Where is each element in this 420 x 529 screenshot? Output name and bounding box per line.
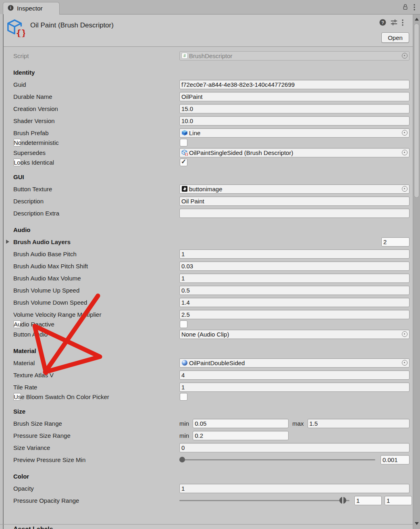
brush-size-range-min-input[interactable]: 0.05 <box>193 419 289 428</box>
row-use-bloom-swatch-on-color-picker: Use Bloom Swatch On Color Picker <box>13 393 21 401</box>
brush-size-range-min-input-text: 0.05 <box>195 420 206 427</box>
pressure-size-range-min-input[interactable]: 0.2 <box>193 431 289 440</box>
row-size-variance: Size Variance0 <box>13 441 413 454</box>
vertical-scrollbar[interactable] <box>413 15 420 529</box>
volume-velocity-range-multiplier-input-text: 2.5 <box>181 311 190 318</box>
tab-inspector[interactable]: i Inspector <box>3 2 60 15</box>
row-brush-audio-max-pitch-shift: Brush Audio Max Pitch Shift0.03 <box>13 260 413 272</box>
field-label: Brush Audio Layers <box>13 238 71 245</box>
row-nondeterministic: Nondeterministic <box>13 139 21 146</box>
section-header: Color <box>13 473 29 480</box>
slider-handle[interactable] <box>179 457 185 462</box>
open-button[interactable]: Open <box>381 32 409 43</box>
row-supersedes: Supersedes{}OilPaintSingleSided (Brush D… <box>13 146 413 159</box>
button-texture-object-field[interactable]: buttonimage <box>179 184 410 194</box>
preview-pressure-size-min-value-input[interactable]: 0.001 <box>380 455 410 464</box>
field-label: Brush Volume Down Speed <box>13 299 179 306</box>
slider-track[interactable] <box>179 500 349 501</box>
durable-name-input[interactable]: OilPaint <box>179 92 410 101</box>
material-object-field-text: OilPaintDoubleSided <box>189 360 245 366</box>
help-icon[interactable]: ? <box>379 19 386 27</box>
section-header: Material <box>13 347 36 354</box>
description-extra-input[interactable] <box>179 209 410 218</box>
object-picker-icon[interactable] <box>402 186 408 192</box>
page-title: Oil Paint (Brush Descriptor) <box>30 21 114 29</box>
object-picker-icon[interactable] <box>402 150 408 155</box>
pressure-opacity-range-range-slider[interactable] <box>179 494 349 506</box>
scroll-up-icon[interactable] <box>415 18 419 21</box>
tab-menu-kebab-icon[interactable] <box>414 4 415 12</box>
row-button-texture: Button Texturebuttonimage <box>13 183 413 195</box>
min-label: min <box>179 420 189 427</box>
script-field[interactable]: #BrushDescriptor <box>179 51 410 61</box>
object-picker-icon[interactable] <box>402 360 408 366</box>
tile-rate-input[interactable]: 1 <box>179 383 410 392</box>
description-input[interactable]: Oil Paint <box>179 197 410 206</box>
texture-atlas-v-input[interactable]: 4 <box>179 370 410 380</box>
row-brush-volume-up-speed: Brush Volume Up Speed0.5 <box>13 284 413 296</box>
brush-volume-down-speed-input-text: 1.4 <box>181 299 190 306</box>
object-picker-icon[interactable] <box>402 53 408 59</box>
brush-audio-max-volume-input[interactable]: 1 <box>179 274 410 283</box>
preview-pressure-size-min-slider[interactable] <box>179 454 375 466</box>
object-picker-icon[interactable] <box>402 331 408 337</box>
object-picker-icon[interactable] <box>402 130 408 136</box>
volume-velocity-range-multiplier-input[interactable]: 2.5 <box>179 310 410 319</box>
scrollbar-thumb[interactable] <box>414 23 419 198</box>
texture-atlas-v-input-text: 4 <box>181 372 185 378</box>
brush-audio-max-pitch-shift-input[interactable]: 0.03 <box>179 261 410 271</box>
opacity-input[interactable]: 1 <box>179 484 410 493</box>
button-audio-object-field[interactable]: None (Audio Clip) <box>179 330 410 339</box>
brush-volume-up-speed-input[interactable]: 0.5 <box>179 286 410 295</box>
guid-input[interactable]: f72ec0e7-a844-4e38-82e3-140c44772699 <box>179 80 410 89</box>
header-menu-kebab-icon[interactable] <box>402 19 403 27</box>
pressure-opacity-range-max-input[interactable]: 1 <box>385 496 412 505</box>
supersedes-object-field[interactable]: {}OilPaintSingleSided (Brush Descriptor) <box>179 148 410 157</box>
nondeterministic-checkbox[interactable] <box>180 139 187 146</box>
pressure-opacity-range-min-input[interactable]: 1 <box>354 496 382 505</box>
audio-reactive-checkbox[interactable] <box>180 320 187 328</box>
creation-version-input[interactable]: 15.0 <box>179 104 410 113</box>
field-label: Shader Version <box>13 117 179 124</box>
field-label: Opacity <box>13 485 179 492</box>
field-label: Brush Prefab <box>13 130 179 136</box>
use-bloom-swatch-on-color-picker-checkbox[interactable] <box>180 393 187 401</box>
description-input-text: Oil Paint <box>181 198 204 205</box>
svg-text:{}: {} <box>185 153 188 156</box>
size-variance-input[interactable]: 0 <box>179 443 410 452</box>
material-object-field[interactable]: OilPaintDoubleSided <box>179 358 410 368</box>
brush-size-range-max-input[interactable]: 1.5 <box>308 419 410 428</box>
field-label: Pressure Opacity Range <box>13 497 179 504</box>
row-brush-volume-down-speed: Brush Volume Down Speed1.4 <box>13 296 413 308</box>
row-size: Size <box>13 405 413 417</box>
shader-version-input[interactable]: 10.0 <box>179 116 410 125</box>
row-pressure-size-range: Pressure Size Rangemin0.2 <box>13 429 413 441</box>
presets-icon[interactable] <box>391 19 397 27</box>
field-label: Material <box>13 360 179 366</box>
brush-volume-down-speed-input[interactable]: 1.4 <box>179 298 410 307</box>
row-script: Script#BrushDescriptor <box>13 50 413 62</box>
scroll-down-icon[interactable] <box>415 522 419 525</box>
scriptable-object-icon: {} <box>6 19 25 39</box>
slider-track[interactable] <box>179 459 375 460</box>
range-slider-handles[interactable] <box>339 497 346 504</box>
row-description-extra: Description Extra <box>13 207 413 219</box>
brush-prefab-object-field[interactable]: Line <box>179 128 410 138</box>
looks-identical-checkbox[interactable]: ✓ <box>180 159 187 166</box>
brush-audio-layers-count-input[interactable]: 2 <box>381 237 410 247</box>
pressure-opacity-range-max-input-text: 1 <box>387 497 390 504</box>
brush-audio-base-pitch-input[interactable]: 1 <box>179 249 410 259</box>
foldout-arrow-icon[interactable] <box>6 240 9 244</box>
max-label: max <box>292 420 304 427</box>
field-label: Durable Name <box>13 93 179 100</box>
field-label: Supersedes <box>13 149 179 156</box>
brush-audio-max-volume-input-text: 1 <box>181 275 185 282</box>
field-label: Volume Velocity Range Multiplier <box>13 311 179 318</box>
checkmark-icon: ✓ <box>181 158 186 165</box>
min-label: min <box>179 432 189 439</box>
lock-icon[interactable] <box>402 4 408 12</box>
size-variance-input-text: 0 <box>181 444 185 451</box>
brush-size-range-max-input-text: 1.5 <box>310 420 318 427</box>
button-audio-object-field-text: None (Audio Clip) <box>181 331 229 338</box>
scriptable-object-icon: {} <box>181 149 188 156</box>
